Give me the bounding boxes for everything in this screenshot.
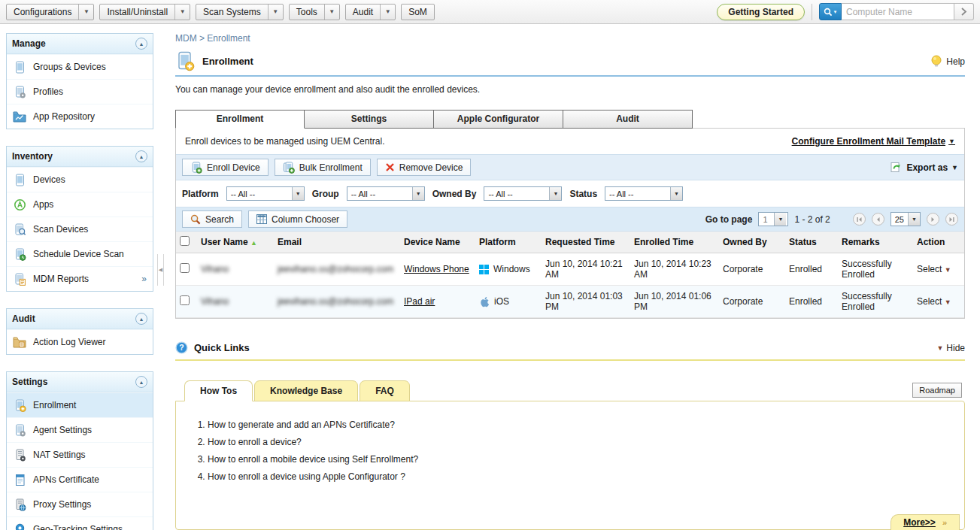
sidebar-item-geo-tracking-settings[interactable]: Geo-Tracking Settings <box>7 516 153 530</box>
sidebar-item-groups-devices[interactable]: Groups & Devices <box>7 54 153 79</box>
roadmap-button[interactable]: Roadmap <box>912 383 962 398</box>
menu-tools[interactable]: Tools▼ <box>289 4 340 20</box>
windows-logo-icon <box>479 265 489 274</box>
status-filter-select[interactable]: -- All --▼ <box>605 186 683 201</box>
getting-started-button[interactable]: Getting Started <box>717 4 805 20</box>
configure-mail-template-link[interactable]: Configure Enrollment Mail Template ▼ <box>792 136 955 147</box>
chevron-down-icon: ▼ <box>833 10 838 14</box>
column-chooser-button[interactable]: Column Chooser <box>248 210 347 228</box>
select-all-checkbox[interactable] <box>180 236 190 246</box>
tab-enrollment[interactable]: Enrollment <box>175 110 305 129</box>
bulk-enrollment-button[interactable]: Bulk Enrollment <box>275 159 371 176</box>
sidebar-splitter-handle[interactable]: ◀ <box>157 254 164 286</box>
sidebar-section-audit: Audit ▲ Action Log Viewer <box>6 308 153 355</box>
chevron-down-icon: ▼ <box>948 138 955 145</box>
page-size-select[interactable]: 25▼ <box>890 212 921 226</box>
sidebar-section-manage: Manage ▲ Groups & Devices Profiles App R… <box>6 33 153 129</box>
column-action[interactable]: Action <box>913 232 964 253</box>
column-email[interactable]: Email <box>274 232 400 253</box>
geo-tracking-icon <box>13 522 26 530</box>
sidebar-item-agent-settings[interactable]: Agent Settings <box>7 417 153 442</box>
search-go-button[interactable] <box>954 3 974 20</box>
collapse-icon[interactable]: ▲ <box>135 313 147 325</box>
sidebar-item-action-log-viewer[interactable]: Action Log Viewer <box>7 329 153 354</box>
sidebar-item-devices[interactable]: Devices <box>7 167 153 192</box>
device-name-link[interactable]: Windows Phone <box>404 264 469 274</box>
column-device-name[interactable]: Device Name <box>400 232 475 253</box>
sort-ascending-icon: ▲ <box>250 239 257 247</box>
column-status[interactable]: Status <box>785 232 838 253</box>
tab-knowledge-base[interactable]: Knowledge Base <box>254 380 358 401</box>
computer-name-search-input[interactable] <box>842 3 954 20</box>
next-page-button[interactable] <box>927 213 939 226</box>
agent-settings-icon <box>13 423 26 437</box>
search-button[interactable]: Search <box>182 210 242 228</box>
app-repository-icon <box>13 110 26 123</box>
sidebar-item-scan-devices[interactable]: Scan Devices <box>7 217 153 241</box>
go-arrow-icon <box>960 8 967 16</box>
row-checkbox[interactable] <box>180 295 190 305</box>
menu-configurations[interactable]: Configurations▼ <box>6 4 94 20</box>
breadcrumb[interactable]: MDM > Enrollment <box>175 33 965 44</box>
sidebar-item-enrollment[interactable]: Enrollment <box>7 392 153 417</box>
help-link[interactable]: Help <box>930 55 965 68</box>
sidebar-item-schedule-device-scan[interactable]: Schedule Device Scan <box>7 241 153 266</box>
more-chevron-icon: » <box>942 518 947 527</box>
sidebar-item-apns-certificate[interactable]: APNs Certificate <box>7 467 153 492</box>
device-name-link[interactable]: IPad air <box>404 296 435 307</box>
search-scope-button[interactable]: ▼ <box>819 3 842 20</box>
hide-quick-links-link[interactable]: ▼ Hide <box>936 343 965 353</box>
platform-filter-select[interactable]: -- All --▼ <box>226 186 305 201</box>
group-filter-select[interactable]: -- All --▼ <box>347 186 425 201</box>
tab-apple-configurator[interactable]: Apple Configurator <box>434 110 563 129</box>
column-user-name[interactable]: User Name ▲ <box>197 232 274 253</box>
chevron-down-icon: ▼ <box>936 344 943 352</box>
sidebar-item-apps[interactable]: Apps <box>7 192 153 217</box>
howto-link[interactable]: How to generate and add an APNs Certific… <box>208 419 954 430</box>
howto-link[interactable]: How to enroll a device using Apple Confi… <box>208 471 954 482</box>
menu-scan-systems[interactable]: Scan Systems▼ <box>196 4 284 20</box>
column-owned-by[interactable]: Owned By <box>719 232 785 253</box>
tab-faq[interactable]: FAQ <box>360 380 410 401</box>
collapse-icon[interactable]: ▲ <box>135 150 147 162</box>
export-as-link[interactable]: Export as ▼ <box>890 162 958 173</box>
email-cell: jeevihano.ss@zohocorp.com <box>274 253 400 286</box>
requested-time-cell: Jun 10, 2014 01:03 PM <box>542 286 630 318</box>
table-row: Vihano jeevihano.ss@zohocorp.com IPad ai… <box>176 286 964 318</box>
column-remarks[interactable]: Remarks <box>838 232 913 253</box>
table-row: Vihano jeevihano.ss@zohocorp.com Windows… <box>176 253 964 286</box>
prev-page-button[interactable] <box>872 213 884 226</box>
go-to-page-select[interactable]: 1▼ <box>758 212 788 226</box>
howto-link[interactable]: How to enroll a device? <box>208 437 954 447</box>
column-enrolled-time[interactable]: Enrolled Time <box>630 232 719 253</box>
sidebar-item-app-repository[interactable]: App Repository <box>7 104 153 129</box>
owned-by-filter-select[interactable]: -- All --▼ <box>484 186 562 201</box>
tab-how-tos[interactable]: How Tos <box>184 380 253 401</box>
tab-audit[interactable]: Audit <box>563 110 693 129</box>
sidebar-item-mdm-reports[interactable]: MDM Reports » <box>7 266 153 291</box>
enroll-device-button[interactable]: Enroll Device <box>182 159 269 176</box>
menu-audit[interactable]: Audit▼ <box>345 4 396 20</box>
first-page-button[interactable] <box>853 213 866 226</box>
howto-link[interactable]: How to enroll a mobile device using Self… <box>208 454 954 465</box>
column-platform[interactable]: Platform <box>475 232 542 253</box>
last-page-button[interactable] <box>945 213 958 226</box>
row-action-select[interactable]: Select ▼ <box>917 296 951 307</box>
sidebar-item-nat-settings[interactable]: NAT Settings <box>7 442 153 467</box>
sidebar-item-proxy-settings[interactable]: Proxy Settings <box>7 492 153 516</box>
help-bulb-icon <box>930 55 942 68</box>
menu-som[interactable]: SoM <box>401 4 435 20</box>
collapse-icon[interactable]: ▲ <box>135 376 147 388</box>
collapse-icon[interactable]: ▲ <box>135 38 147 50</box>
more-link[interactable]: More>> » <box>890 514 960 530</box>
chevron-down-icon: ▼ <box>324 5 339 20</box>
row-checkbox[interactable] <box>180 263 190 273</box>
remove-device-button[interactable]: Remove Device <box>377 159 472 176</box>
chevron-down-icon: ▼ <box>774 213 786 226</box>
column-requested-time[interactable]: Requested Time <box>542 232 630 253</box>
menu-install-uninstall[interactable]: Install/Uninstall▼ <box>99 4 190 20</box>
tab-settings[interactable]: Settings <box>305 110 434 129</box>
enrollment-page-icon <box>175 51 196 71</box>
sidebar-item-profiles[interactable]: Profiles <box>7 79 153 104</box>
row-action-select[interactable]: Select ▼ <box>917 264 951 274</box>
